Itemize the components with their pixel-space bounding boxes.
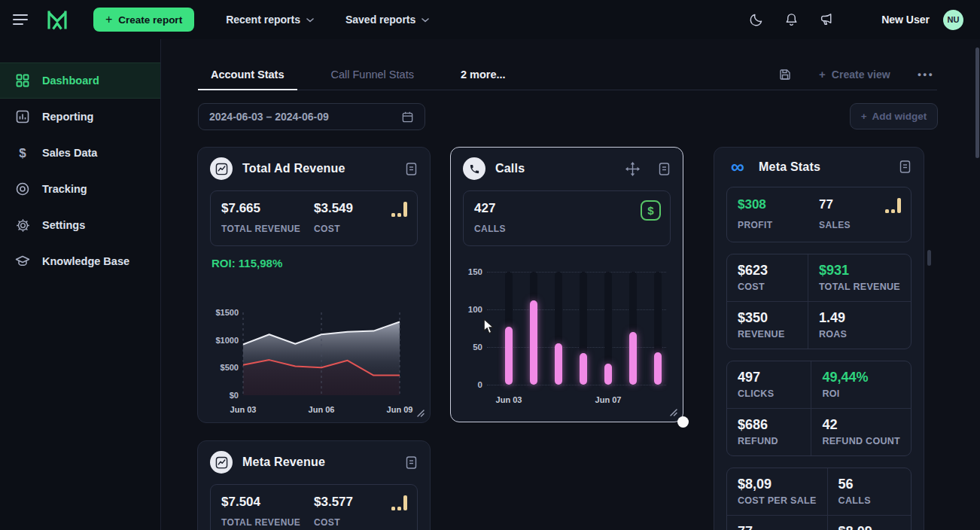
view-tabs: Account StatsCall Funnel Stats2 more... — [198, 59, 540, 90]
resize-handle-icon[interactable] — [415, 408, 425, 417]
announcements-megaphone-icon[interactable] — [819, 12, 835, 27]
resize-handle-icon[interactable] — [668, 407, 677, 416]
meta-stat-groups: $623COST$931TOTAL REVENUE$350REVENUE1.49… — [714, 254, 924, 530]
stat-label: TOTAL REVENUE — [221, 516, 304, 529]
save-view-icon[interactable] — [778, 68, 792, 81]
revenue-area-chart: $0$500$1000$1500Jun 03Jun 06Jun 09 — [205, 302, 427, 421]
sidebar-item-dashboard[interactable]: Dashboard — [0, 62, 160, 99]
stat-label: PROFIT — [738, 219, 819, 232]
widget-total-ad-revenue: Total Ad Revenue $7.665TOTAL REVENUE$3.5… — [197, 147, 431, 423]
widget-header: ∞ Meta Stats — [714, 148, 924, 185]
menu-toggle-button[interactable] — [13, 14, 28, 25]
stat: $308PROFIT — [738, 197, 819, 232]
bar-jun-04 — [530, 272, 537, 385]
stat-value: 497 — [738, 370, 800, 385]
create-view-button[interactable]: + Create view — [819, 68, 890, 81]
menu-label: Recent reports — [226, 14, 300, 26]
meta-stat-group: 497CLICKS49,44%ROI$686REFUND42REFUND COU… — [726, 361, 912, 456]
tab-call-funnel-stats[interactable]: Call Funnel Stats — [318, 59, 427, 90]
note-icon[interactable] — [405, 455, 418, 470]
svg-text:$1000: $1000 — [215, 336, 239, 345]
chevron-down-icon — [306, 18, 314, 23]
note-icon[interactable] — [658, 162, 671, 176]
x-axis-tick: Jun 07 — [595, 395, 622, 404]
resize-drag-dot[interactable] — [677, 416, 689, 428]
stat-value: $8,09 — [838, 524, 900, 530]
window-scrollbar-thumb[interactable] — [975, 47, 979, 158]
tab-account-stats[interactable]: Account Stats — [198, 59, 297, 90]
stat-value: 49,44% — [822, 370, 900, 385]
stat-value: $8,09 — [738, 477, 817, 492]
stat-label: CALLS — [838, 495, 900, 506]
y-axis-tick: 0 — [460, 380, 482, 389]
stats-box: 427CALLS$ — [463, 190, 671, 246]
widget-title: Total Ad Revenue — [242, 162, 345, 175]
stat-label: CLICKS — [738, 388, 800, 399]
stat-label: REVENUE — [738, 329, 797, 340]
notifications-bell-icon[interactable] — [784, 12, 799, 27]
stat-label: ROAS — [819, 329, 900, 340]
widget-header: Total Ad Revenue — [198, 148, 430, 189]
bar-value — [555, 343, 562, 385]
stat: 497CLICKS — [727, 361, 811, 408]
create-report-button[interactable]: + Create report — [93, 8, 194, 32]
sidebar-item-label: Sales Data — [42, 147, 97, 159]
sidebar-item-label: Reporting — [42, 111, 93, 123]
sidebar-item-label: Tracking — [42, 183, 87, 195]
add-widget-button[interactable]: + Add widget — [850, 103, 938, 129]
stat-value: $686 — [738, 417, 800, 433]
view-tabbar: Account StatsCall Funnel Stats2 more... … — [198, 59, 937, 90]
phone-icon — [463, 157, 485, 180]
trend-chart-icon — [210, 451, 233, 474]
stat-value: $7.665 — [221, 201, 314, 216]
saved-reports-menu[interactable]: Saved reports — [345, 14, 429, 26]
stat-label: COST PER SALE — [738, 495, 817, 506]
note-icon[interactable] — [899, 160, 912, 174]
sidebar-item-reporting[interactable]: Reporting — [0, 99, 160, 135]
bar-jun-09 — [654, 272, 662, 385]
gear-icon — [14, 218, 31, 233]
bar-value — [505, 327, 513, 385]
sidebar-item-tracking[interactable]: Tracking — [0, 171, 160, 207]
gridline: 50 — [487, 347, 666, 348]
stat: $7.504TOTAL REVENUE — [221, 495, 314, 529]
bar-value — [629, 332, 637, 385]
stat-value: $350 — [738, 310, 797, 326]
sidebar-nav: DashboardReporting$Sales DataTrackingSet… — [0, 39, 161, 530]
stat: 56CALLS — [827, 468, 911, 515]
meta-logo-icon: ∞ — [726, 157, 749, 176]
stat-value: 77 — [738, 524, 817, 530]
y-axis-tick: 150 — [460, 267, 482, 276]
create-report-label: Create report — [118, 14, 182, 26]
note-icon[interactable] — [405, 162, 418, 176]
move-widget-icon[interactable] — [625, 162, 640, 176]
sidebar-item-knowledge-base[interactable]: Knowledge Base — [0, 243, 160, 279]
stat-value: 42 — [822, 417, 900, 433]
avatar[interactable]: NU — [943, 10, 963, 30]
calendar-icon — [401, 111, 414, 123]
dollar-badge-icon[interactable]: $ — [641, 200, 661, 221]
sidebar-item-settings[interactable]: Settings — [0, 207, 160, 243]
more-options-icon[interactable]: ●●● — [918, 71, 934, 78]
bar-value — [604, 364, 612, 385]
plus-icon: + — [861, 111, 867, 122]
stat: $7.665TOTAL REVENUE — [221, 201, 314, 236]
main-content: Account StatsCall Funnel Stats2 more... … — [161, 39, 980, 530]
stat-value: $931 — [819, 263, 900, 279]
bar-value — [580, 353, 587, 385]
sidebar-item-sales-data[interactable]: $Sales Data — [0, 135, 160, 171]
tab-2-more[interactable]: 2 more... — [448, 59, 519, 90]
stat-label: COST — [314, 516, 397, 529]
stat-label: REFUND — [738, 436, 800, 446]
chevron-down-icon — [422, 18, 429, 23]
recent-reports-menu[interactable]: Recent reports — [226, 14, 314, 26]
stat-value: $308 — [738, 197, 819, 212]
stat-label: ROI — [822, 388, 900, 399]
date-range-input[interactable]: 2024-06-03 – 2024-06-09 — [198, 103, 425, 130]
stat-label: SALES — [819, 219, 900, 232]
bar-jun-06 — [580, 272, 587, 385]
sidebar-item-label: Settings — [42, 219, 85, 231]
content-scrollbar-thumb[interactable] — [927, 250, 931, 266]
dark-mode-moon-icon[interactable] — [749, 12, 764, 27]
svg-text:Jun 06: Jun 06 — [309, 405, 335, 414]
